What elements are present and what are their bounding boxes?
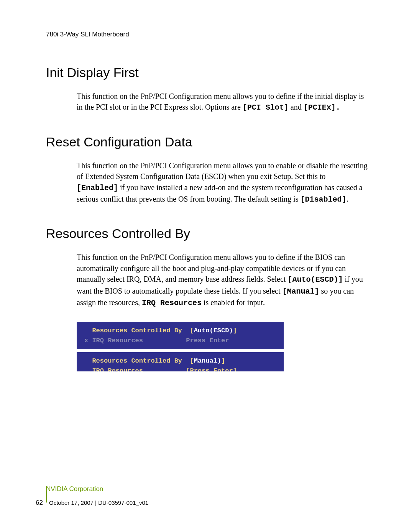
- bios-irq-disabled: IRQ Resources Press Enter: [88, 337, 229, 344]
- text: Resources Controlled By [: [84, 357, 194, 365]
- text: Resources Controlled By [: [84, 327, 194, 334]
- bios-irq-label: IRQ Resources: [84, 367, 186, 372]
- code-irq-resources: IRQ Resources: [142, 299, 202, 307]
- bios-press-enter: [Press Enter]: [186, 367, 237, 372]
- reset-paragraph: This function on the PnP/PCI Configurati…: [77, 160, 368, 205]
- code-pciex: [PCIEx].: [304, 103, 340, 112]
- section-title-reset: Reset Configuration Data: [46, 135, 368, 149]
- text: is enabled for input.: [202, 298, 265, 307]
- bios-codebox-auto: Resources Controlled By [Auto(ESCD)] x I…: [77, 322, 284, 349]
- bios-value-manual: Manual): [194, 357, 221, 365]
- code-enabled: [Enabled]: [77, 184, 118, 192]
- bios-value-auto: Auto(ESCD): [194, 327, 233, 334]
- code-pci-slot: [PCI Slot]: [243, 103, 289, 112]
- page-header: 780i 3-Way SLI Motherboard: [46, 31, 368, 38]
- bios-codebox-manual: Resources Controlled By [Manual)] IRQ Re…: [77, 352, 284, 371]
- resources-paragraph: This function on the PnP/PCI Configurati…: [77, 252, 368, 309]
- init-paragraph: This function on the PnP/PCI Configurati…: [77, 91, 368, 113]
- footer-date: October 17, 2007 | DU-03597-001_v01: [49, 499, 148, 506]
- code-auto-escd: [Auto(ESCD)]: [288, 275, 343, 284]
- code-disabled: [Disabled]: [300, 195, 346, 204]
- text: This function on the PnP/PCI Configurati…: [77, 161, 368, 181]
- text: ]: [221, 357, 225, 365]
- section-title-init: Init Display First: [46, 65, 368, 80]
- section-title-resources: Resources Controlled By: [46, 226, 368, 241]
- bios-x-marker: x: [84, 337, 88, 344]
- text: and: [289, 103, 304, 111]
- footer-divider: [46, 486, 47, 502]
- code-manual: [Manual]: [283, 287, 319, 296]
- page-number: 62: [34, 499, 46, 507]
- text: ]: [233, 327, 237, 334]
- text: .: [346, 195, 348, 203]
- footer-company: NVIDIA Corporation: [46, 485, 148, 493]
- page-footer: NVIDIA Corporation 62 October 17, 2007 |…: [34, 485, 148, 511]
